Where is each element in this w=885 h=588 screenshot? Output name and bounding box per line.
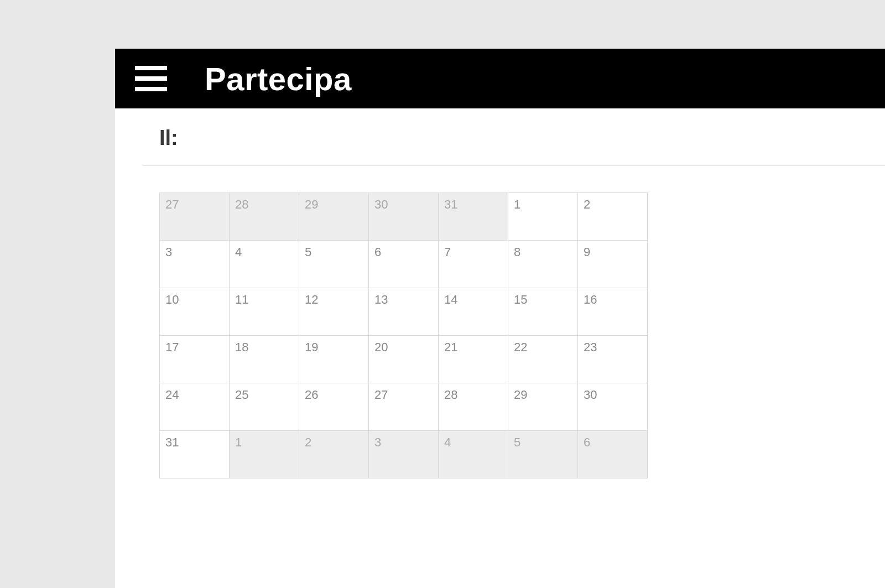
day-number: 13 bbox=[374, 293, 388, 306]
calendar-day[interactable]: 9 bbox=[578, 241, 648, 288]
calendar-grid: 2728293031123456789101112131415161718192… bbox=[159, 192, 648, 478]
day-number: 2 bbox=[584, 197, 590, 211]
day-number: 17 bbox=[165, 340, 179, 354]
page-label: Il: bbox=[159, 126, 885, 150]
day-number: 31 bbox=[165, 435, 179, 449]
calendar-day[interactable]: 2 bbox=[299, 431, 369, 478]
calendar-day[interactable]: 12 bbox=[299, 288, 369, 336]
calendar-day[interactable]: 2 bbox=[578, 193, 648, 241]
calendar-day[interactable]: 15 bbox=[508, 288, 578, 336]
calendar-day[interactable]: 10 bbox=[160, 288, 230, 336]
calendar-day[interactable]: 4 bbox=[439, 431, 508, 478]
calendar-day[interactable]: 27 bbox=[369, 383, 439, 431]
hamburger-line bbox=[135, 76, 167, 81]
calendar-day[interactable]: 21 bbox=[439, 336, 508, 383]
calendar-day[interactable]: 3 bbox=[160, 241, 230, 288]
day-number: 22 bbox=[514, 340, 527, 354]
calendar-day[interactable]: 17 bbox=[160, 336, 230, 383]
calendar-day[interactable]: 19 bbox=[299, 336, 369, 383]
day-number: 3 bbox=[165, 245, 172, 259]
calendar-day[interactable]: 6 bbox=[578, 431, 648, 478]
calendar-day[interactable]: 22 bbox=[508, 336, 578, 383]
calendar-day[interactable]: 6 bbox=[369, 241, 439, 288]
day-number: 18 bbox=[235, 340, 248, 354]
calendar-day[interactable]: 18 bbox=[230, 336, 299, 383]
calendar-day[interactable]: 29 bbox=[299, 193, 369, 241]
calendar-day[interactable]: 8 bbox=[508, 241, 578, 288]
day-number: 29 bbox=[514, 388, 527, 402]
day-number: 15 bbox=[514, 293, 527, 306]
calendar-day[interactable]: 31 bbox=[160, 431, 230, 478]
day-number: 31 bbox=[444, 197, 457, 211]
calendar-day[interactable]: 4 bbox=[230, 241, 299, 288]
calendar-day[interactable]: 3 bbox=[369, 431, 439, 478]
day-number: 1 bbox=[514, 197, 520, 211]
page-wrapper: Partecipa Il: 27282930311234567891011121… bbox=[115, 49, 885, 588]
header-title: Partecipa bbox=[205, 60, 352, 97]
calendar-day[interactable]: 25 bbox=[230, 383, 299, 431]
calendar-day[interactable]: 14 bbox=[439, 288, 508, 336]
calendar-day[interactable]: 5 bbox=[508, 431, 578, 478]
day-number: 26 bbox=[305, 388, 318, 402]
content-area: Il: 272829303112345678910111213141516171… bbox=[115, 108, 885, 478]
day-number: 27 bbox=[374, 388, 388, 402]
calendar-day[interactable]: 7 bbox=[439, 241, 508, 288]
day-number: 20 bbox=[374, 340, 388, 354]
day-number: 5 bbox=[514, 435, 520, 449]
calendar-day[interactable]: 11 bbox=[230, 288, 299, 336]
hamburger-menu-icon[interactable] bbox=[135, 66, 167, 91]
day-number: 6 bbox=[584, 435, 590, 449]
calendar-day[interactable]: 1 bbox=[230, 431, 299, 478]
day-number: 4 bbox=[444, 435, 451, 449]
day-number: 5 bbox=[305, 245, 311, 259]
hamburger-line bbox=[135, 87, 167, 91]
calendar-day[interactable]: 30 bbox=[369, 193, 439, 241]
calendar-day[interactable]: 27 bbox=[160, 193, 230, 241]
calendar-day[interactable]: 31 bbox=[439, 193, 508, 241]
day-number: 28 bbox=[235, 197, 248, 211]
calendar-day[interactable]: 20 bbox=[369, 336, 439, 383]
day-number: 11 bbox=[235, 293, 248, 306]
calendar-day[interactable]: 5 bbox=[299, 241, 369, 288]
day-number: 12 bbox=[305, 293, 318, 306]
day-number: 19 bbox=[305, 340, 318, 354]
calendar-day[interactable]: 23 bbox=[578, 336, 648, 383]
day-number: 25 bbox=[235, 388, 248, 402]
day-number: 10 bbox=[165, 293, 179, 306]
day-number: 9 bbox=[584, 245, 590, 259]
day-number: 30 bbox=[374, 197, 388, 211]
day-number: 24 bbox=[165, 388, 179, 402]
day-number: 16 bbox=[584, 293, 597, 306]
day-number: 29 bbox=[305, 197, 318, 211]
calendar-day[interactable]: 16 bbox=[578, 288, 648, 336]
hamburger-line bbox=[135, 66, 167, 70]
day-number: 6 bbox=[374, 245, 381, 259]
day-number: 7 bbox=[444, 245, 451, 259]
calendar-day[interactable]: 30 bbox=[578, 383, 648, 431]
day-number: 23 bbox=[584, 340, 597, 354]
calendar-day[interactable]: 28 bbox=[439, 383, 508, 431]
day-number: 14 bbox=[444, 293, 457, 306]
day-number: 21 bbox=[444, 340, 457, 354]
header-bar: Partecipa bbox=[115, 49, 885, 108]
calendar-day[interactable]: 29 bbox=[508, 383, 578, 431]
day-number: 28 bbox=[444, 388, 457, 402]
calendar-day[interactable]: 24 bbox=[160, 383, 230, 431]
calendar-day[interactable]: 1 bbox=[508, 193, 578, 241]
calendar-day[interactable]: 26 bbox=[299, 383, 369, 431]
day-number: 4 bbox=[235, 245, 242, 259]
day-number: 2 bbox=[305, 435, 311, 449]
day-number: 30 bbox=[584, 388, 597, 402]
day-number: 3 bbox=[374, 435, 381, 449]
divider bbox=[143, 165, 885, 166]
calendar-day[interactable]: 28 bbox=[230, 193, 299, 241]
day-number: 27 bbox=[165, 197, 179, 211]
day-number: 8 bbox=[514, 245, 520, 259]
day-number: 1 bbox=[235, 435, 242, 449]
calendar-day[interactable]: 13 bbox=[369, 288, 439, 336]
